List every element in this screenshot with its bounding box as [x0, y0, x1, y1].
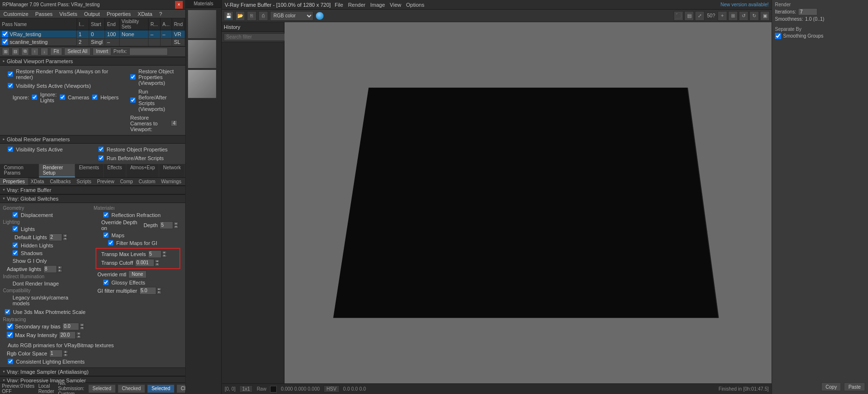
adaptive-lights-input[interactable] [43, 265, 57, 273]
spin-down-4[interactable]: ▼ [162, 254, 167, 258]
spin-up-5[interactable]: ▲ [155, 259, 160, 263]
tab-custom[interactable]: Custom [136, 178, 158, 185]
checked-btn-1[interactable]: Checked [118, 384, 145, 393]
toolbar-icon-3[interactable]: ⧉ [21, 48, 29, 55]
invert-button[interactable]: Invert [93, 48, 111, 55]
close-btn[interactable]: × [175, 1, 183, 9]
hidden-lights-check[interactable] [13, 243, 18, 248]
color-mode-select[interactable]: RGB color [270, 11, 313, 21]
menu-help[interactable]: ? [158, 11, 163, 17]
toolbar-icon-1[interactable]: ⊞ [2, 48, 10, 55]
vfb-pixelsize-btn[interactable]: 1x1 [239, 385, 253, 393]
global-switches-section[interactable]: ▾ Vray: Global Switches [0, 194, 185, 203]
smoothing-groups-check[interactable] [775, 33, 781, 39]
selected-btn-1[interactable]: Selected [88, 384, 116, 393]
spin-up[interactable]: ▲ [63, 234, 68, 237]
gi-filter-input[interactable] [139, 287, 156, 295]
tab-effects[interactable]: Effects [104, 164, 126, 177]
paste-btn[interactable]: Paste [844, 382, 865, 391]
refl-refr-check[interactable] [103, 212, 108, 217]
global-render-section[interactable]: ▸ Global Render Parameters [0, 135, 185, 144]
checked-btn-2[interactable]: Checked [176, 384, 186, 393]
tab-elements[interactable]: Elements [75, 164, 104, 177]
vfb-copy-btn[interactable]: ⎘ [247, 11, 257, 21]
menu-properties[interactable]: Properties [105, 11, 132, 17]
tab-network[interactable]: Network [159, 164, 185, 177]
helpers-check[interactable] [92, 95, 97, 100]
vray-settings-scroll[interactable]: ▾ Vray: Frame Buffer ▾ Vray: Global Swit… [0, 186, 185, 383]
spin-up-8[interactable]: ▲ [76, 332, 81, 335]
progressive-section[interactable]: ▾ Vray: Progressive Image Sampler [0, 376, 185, 383]
vfb-menu-file[interactable]: File [335, 2, 343, 8]
secondary-ray-input[interactable] [62, 323, 79, 330]
menu-output[interactable]: Output [82, 11, 101, 17]
secondary-ray-check[interactable] [7, 323, 13, 329]
vfb-colormode-btn[interactable]: HSV [324, 385, 339, 393]
spin-up-3[interactable]: ▲ [174, 222, 178, 225]
vis-sets-active-check[interactable] [8, 83, 13, 88]
filter-maps-check[interactable] [108, 240, 113, 245]
search-input[interactable] [224, 33, 290, 41]
vfb-menu-image[interactable]: Image [370, 2, 385, 8]
vfb-zoom-in[interactable]: + [718, 11, 727, 21]
tab-properties[interactable]: Properties [0, 178, 28, 185]
tab-comp[interactable]: Comp [117, 178, 136, 185]
new-version-label[interactable]: New version available! [720, 2, 769, 7]
iterations-input[interactable] [798, 8, 817, 15]
vfb-icon-1[interactable]: ⬛ [674, 11, 683, 21]
vis-sets-active2-check[interactable] [8, 147, 13, 152]
vfb-icon-2[interactable]: ▤ [684, 11, 694, 21]
tab-common-params[interactable]: Common Params [0, 164, 39, 177]
displacement-check[interactable] [13, 212, 18, 217]
max-ray-check[interactable] [7, 332, 13, 338]
toolbar-icon-4[interactable]: ↑ [31, 48, 39, 55]
tab-xdata[interactable]: XData [28, 178, 47, 185]
spin-up-2[interactable]: ▲ [57, 266, 62, 269]
restore-obj-props-check[interactable] [130, 74, 136, 80]
vfb-save-btn[interactable]: 💾 [224, 11, 233, 21]
spin-up-4[interactable]: ▲ [162, 251, 167, 254]
tab-atmos[interactable]: Atmos+Exp [126, 164, 159, 177]
table-row[interactable]: VRay_testing 1 0 100 None – – VR [0, 30, 185, 39]
tab-warnings[interactable]: Warnings [158, 178, 184, 185]
vfb-icon-5[interactable]: ↺ [739, 11, 748, 21]
maps-check[interactable] [103, 232, 108, 238]
ignore-lights-check[interactable] [32, 95, 37, 100]
restore-obj-props2-check[interactable] [98, 147, 104, 152]
vfb-icon-4[interactable]: ⊞ [728, 11, 738, 21]
tab-scripts[interactable]: Scripts [74, 178, 95, 185]
spin-up-6[interactable]: ▲ [157, 287, 162, 291]
spin-down[interactable]: ▼ [63, 237, 68, 241]
tab-callbacks[interactable]: Callbacks [47, 178, 73, 185]
transp-max-input[interactable] [148, 250, 162, 258]
vfb-icon-6[interactable]: ↻ [749, 11, 759, 21]
spin-down-9[interactable]: ▼ [63, 353, 68, 357]
glossy-check[interactable] [103, 280, 108, 285]
max-ray-input[interactable] [59, 331, 76, 339]
transp-cutoff-input[interactable] [135, 259, 154, 267]
vfb-icon-7[interactable]: ▣ [760, 11, 770, 21]
spin-down-8[interactable]: ▼ [76, 335, 81, 339]
default-lights-input[interactable] [49, 233, 62, 241]
spin-up-9[interactable]: ▲ [63, 350, 68, 353]
image-sampler-section[interactable]: ▾ Vray: Image Sampler (Antialiasing) [0, 367, 185, 376]
fit-button[interactable]: Fit [50, 48, 62, 55]
spin-up-7[interactable]: ▲ [80, 323, 84, 326]
copy-btn[interactable]: Copy [821, 382, 841, 391]
toolbar-icon-5[interactable]: ↓ [41, 48, 48, 55]
shadows-check[interactable] [13, 250, 18, 256]
vfb-menu-view[interactable]: View [390, 2, 401, 8]
lights-check[interactable] [13, 226, 18, 231]
toolbar-icon-2[interactable]: ⊟ [12, 48, 19, 55]
spin-down-5[interactable]: ▼ [155, 263, 160, 266]
pass-checkbox-2[interactable] [2, 39, 8, 45]
menu-customize[interactable]: Customize [2, 11, 30, 17]
vfb-paste-btn[interactable]: ⎙ [258, 11, 268, 21]
global-viewport-section[interactable]: ▸ Global Viewport Parameters [0, 57, 185, 66]
rgb-colorspace-input[interactable] [49, 350, 63, 357]
spin-down-7[interactable]: ▼ [80, 326, 84, 330]
mat-thumb-1[interactable] [188, 10, 217, 39]
consistent-lighting-check[interactable] [8, 359, 13, 364]
spin-down-2[interactable]: ▼ [57, 269, 62, 272]
vfb-load-btn[interactable]: 📂 [235, 11, 245, 21]
